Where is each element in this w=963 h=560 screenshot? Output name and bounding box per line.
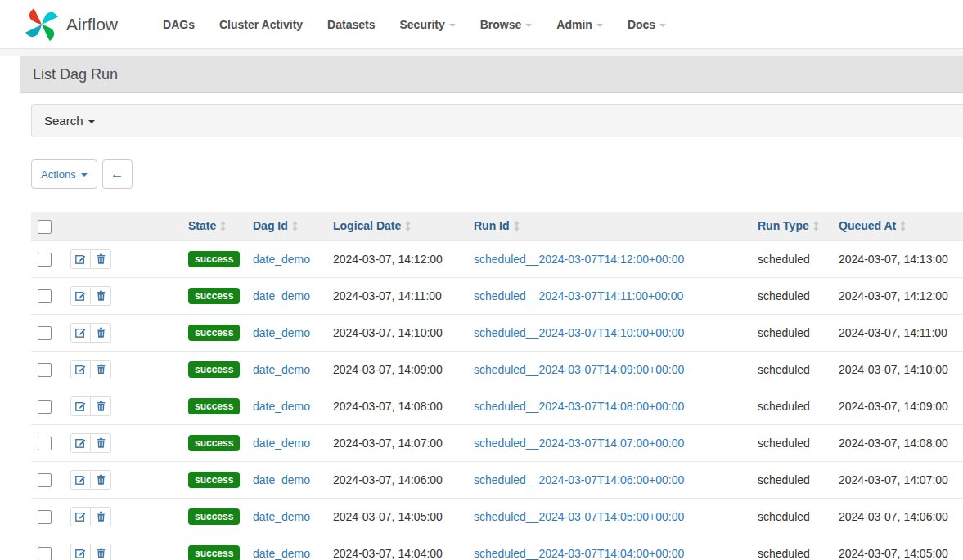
run-id-link[interactable]: scheduled__2024-03-07T14:04:00+00:00 [474, 547, 684, 560]
table-row: success date_demo 2024-03-07, 14:09:00 s… [31, 351, 963, 388]
run-id-link[interactable]: scheduled__2024-03-07T14:05:00+00:00 [474, 510, 684, 523]
state-badge: success [188, 435, 240, 451]
airflow-brand[interactable]: Airflow [25, 7, 118, 42]
row-checkbox[interactable] [38, 326, 52, 340]
dag-id-link[interactable]: date_demo [253, 437, 310, 450]
column-header-state[interactable]: State [182, 212, 246, 240]
delete-row-button[interactable] [91, 470, 111, 490]
edit-row-button[interactable] [70, 286, 91, 306]
trash-icon [96, 364, 106, 374]
run-id-link[interactable]: scheduled__2024-03-07T14:09:00+00:00 [474, 363, 684, 376]
logical-date-value: 2024-03-07, 14:04:00 [333, 547, 443, 560]
delete-row-button[interactable] [91, 396, 111, 416]
delete-row-button[interactable] [91, 249, 111, 269]
edit-row-button[interactable] [70, 544, 91, 560]
queued-at-value: 2024-03-07, 14:07:00 [839, 473, 948, 486]
row-checkbox[interactable] [38, 547, 52, 560]
nav-item-cluster-activity[interactable]: Cluster Activity [207, 18, 315, 31]
row-checkbox[interactable] [38, 510, 52, 524]
row-checkbox[interactable] [38, 437, 52, 450]
delete-row-button[interactable] [91, 360, 111, 379]
page-background-strip [0, 49, 963, 56]
row-actions [70, 286, 111, 306]
actions-dropdown-button[interactable]: Actions [31, 159, 97, 189]
run-id-link[interactable]: scheduled__2024-03-07T14:06:00+00:00 [474, 473, 684, 486]
run-type-value: scheduled [758, 400, 810, 413]
edit-row-button[interactable] [70, 360, 91, 379]
edit-row-button[interactable] [70, 396, 91, 416]
edit-row-button[interactable] [70, 433, 91, 453]
row-actions [70, 396, 111, 416]
nav-item-dags[interactable]: DAGs [151, 18, 207, 31]
column-header-logical-date[interactable]: Logical Date [326, 212, 467, 240]
edit-row-button[interactable] [70, 470, 91, 490]
select-all-header [31, 212, 64, 240]
dag-id-link[interactable]: date_demo [253, 473, 310, 486]
sort-icon [513, 221, 520, 231]
row-checkbox[interactable] [38, 473, 52, 487]
edit-row-button[interactable] [70, 323, 91, 343]
run-id-link[interactable]: scheduled__2024-03-07T14:12:00+00:00 [474, 253, 684, 266]
logical-date-value: 2024-03-07, 14:07:00 [333, 437, 443, 450]
delete-row-button[interactable] [91, 507, 111, 526]
dag-id-link[interactable]: date_demo [253, 510, 310, 523]
column-header-queued-at[interactable]: Queued At [832, 212, 963, 240]
select-all-checkbox[interactable] [38, 220, 52, 234]
dag-id-link[interactable]: date_demo [253, 547, 310, 560]
row-checkbox[interactable] [38, 289, 52, 303]
back-button[interactable]: ← [102, 159, 133, 189]
nav-item-admin[interactable]: Admin [544, 18, 615, 31]
queued-at-value: 2024-03-07, 14:12:00 [839, 289, 948, 302]
state-badge: success [188, 472, 240, 488]
run-type-value: scheduled [758, 289, 810, 302]
trash-icon [96, 474, 106, 485]
run-type-value: scheduled [758, 253, 810, 266]
dag-id-link[interactable]: date_demo [253, 326, 310, 339]
row-checkbox[interactable] [38, 400, 52, 414]
actions-toolbar: Actions ← [31, 159, 963, 189]
table-row: success date_demo 2024-03-07, 14:07:00 s… [31, 424, 963, 461]
delete-row-button[interactable] [91, 544, 111, 560]
nav-item-browse[interactable]: Browse [468, 18, 545, 31]
trash-icon [96, 290, 106, 301]
row-checkbox[interactable] [38, 363, 52, 377]
chevron-down-icon [449, 24, 456, 27]
search-accordion-toggle[interactable]: Search [31, 104, 963, 137]
run-id-link[interactable]: scheduled__2024-03-07T14:10:00+00:00 [474, 326, 684, 339]
airflow-logo-icon [25, 7, 59, 42]
edit-row-button[interactable] [70, 507, 91, 526]
run-type-value: scheduled [758, 326, 810, 339]
edit-icon [75, 364, 86, 374]
dag-id-link[interactable]: date_demo [253, 253, 310, 266]
queued-at-value: 2024-03-07, 14:09:00 [839, 400, 948, 413]
table-row: success date_demo 2024-03-07, 14:11:00 s… [31, 277, 963, 314]
edit-icon [75, 290, 86, 301]
dag-id-link[interactable]: date_demo [253, 400, 310, 413]
table-row: success date_demo 2024-03-07, 14:10:00 s… [31, 314, 963, 351]
run-type-value: scheduled [758, 437, 810, 450]
delete-row-button[interactable] [91, 286, 111, 306]
run-id-link[interactable]: scheduled__2024-03-07T14:11:00+00:00 [474, 289, 683, 302]
sort-icon [404, 221, 412, 231]
edit-icon [75, 437, 86, 448]
run-id-link[interactable]: scheduled__2024-03-07T14:08:00+00:00 [474, 400, 684, 413]
dag-id-link[interactable]: date_demo [253, 363, 310, 376]
nav-item-docs[interactable]: Docs [615, 18, 678, 31]
queued-at-value: 2024-03-07, 14:13:00 [839, 253, 948, 266]
dag-run-table-body: success date_demo 2024-03-07, 14:12:00 s… [31, 240, 963, 560]
edit-row-button[interactable] [70, 249, 91, 269]
back-arrow-icon: ← [110, 166, 124, 182]
sort-icon [899, 221, 907, 231]
column-header-run-type[interactable]: Run Type [751, 212, 832, 240]
column-header-run-id[interactable]: Run Id [467, 212, 751, 240]
queued-at-value: 2024-03-07, 14:11:00 [839, 326, 947, 339]
column-header-dag-id[interactable]: Dag Id [246, 212, 326, 240]
delete-row-button[interactable] [91, 323, 111, 343]
nav-item-security[interactable]: Security [387, 18, 467, 31]
nav-item-datasets[interactable]: Datasets [315, 18, 387, 31]
run-id-link[interactable]: scheduled__2024-03-07T14:07:00+00:00 [474, 437, 684, 450]
delete-row-button[interactable] [91, 433, 111, 453]
chevron-down-icon [596, 24, 603, 27]
dag-id-link[interactable]: date_demo [253, 289, 310, 302]
row-checkbox[interactable] [38, 253, 52, 267]
